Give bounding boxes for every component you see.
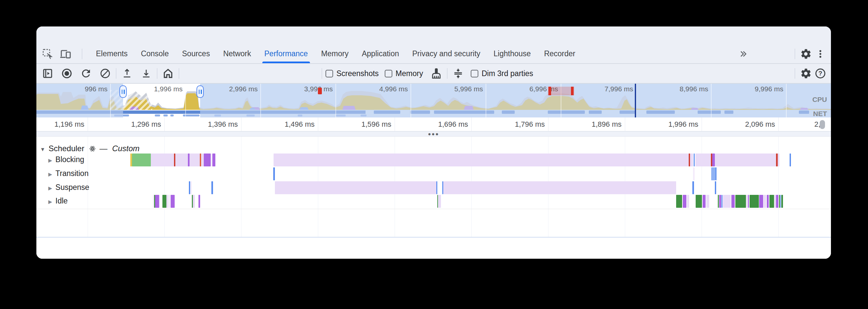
flame-segment[interactable] (168, 195, 171, 208)
flame-segment[interactable] (690, 154, 693, 166)
flame-segment[interactable] (789, 154, 791, 166)
row-label-blocking[interactable]: ▶Blocking (48, 155, 84, 164)
selection-handle-left[interactable] (119, 85, 127, 98)
row-label-suspense[interactable]: ▶Suspense (48, 183, 89, 192)
record-and-reload-icon[interactable] (79, 66, 93, 81)
flame-segment[interactable] (706, 195, 709, 208)
flame-segment[interactable] (723, 195, 731, 208)
flame-segment[interactable] (750, 195, 759, 208)
flame-segment[interactable] (159, 195, 160, 208)
flame-segment[interactable] (190, 181, 192, 194)
flame-segment[interactable] (193, 195, 195, 208)
row-label-idle[interactable]: ▶Idle (48, 196, 68, 206)
collapse-sanitize-icon[interactable] (451, 66, 465, 81)
flame-segment[interactable] (171, 195, 175, 208)
dim-3rd-parties-checkbox[interactable] (471, 70, 478, 78)
flame-segment[interactable] (715, 154, 776, 166)
flame-segment[interactable] (715, 181, 716, 194)
expand-triangle-icon[interactable]: ▶ (48, 185, 52, 191)
live-metrics-home-icon[interactable] (161, 66, 175, 81)
customize-devtools-kebab-icon[interactable] (813, 47, 828, 61)
flame-segment[interactable] (694, 154, 695, 166)
track-header-scheduler[interactable]: ▼Scheduler — Custom (40, 144, 140, 153)
tab-lighthouse[interactable]: Lighthouse (487, 44, 537, 63)
flame-segment[interactable] (687, 195, 689, 208)
tab-console[interactable]: Console (134, 44, 175, 63)
capture-settings-gear-icon[interactable] (799, 66, 813, 81)
playhead-line[interactable] (635, 84, 636, 118)
toggle-sidebar-icon[interactable] (40, 66, 55, 81)
flame-segment[interactable] (693, 167, 695, 180)
flame-segment[interactable] (695, 154, 711, 166)
collect-garbage-icon[interactable] (429, 66, 443, 81)
selection-handle-right[interactable] (196, 85, 204, 98)
flame-chart[interactable]: ▼Scheduler — Custom ▶Blocking▶Transition… (36, 136, 831, 259)
flame-segment[interactable] (275, 181, 436, 194)
pane-splitter[interactable]: ••• (36, 131, 831, 136)
flame-segment[interactable] (151, 154, 174, 166)
flame-segment[interactable] (715, 167, 716, 180)
flame-segment[interactable] (776, 195, 778, 208)
expand-triangle-icon[interactable]: ▶ (48, 172, 52, 177)
flame-segment[interactable] (189, 181, 190, 194)
flame-segment[interactable] (692, 181, 694, 194)
flame-segment[interactable] (703, 195, 706, 208)
flame-segment[interactable] (781, 195, 783, 208)
flame-segment[interactable] (759, 195, 763, 208)
memory-checkbox[interactable] (385, 70, 392, 78)
flame-segment[interactable] (721, 195, 722, 208)
flame-segment[interactable] (204, 154, 211, 166)
tab-privacy-and-security[interactable]: Privacy and security (406, 44, 487, 63)
flame-segment[interactable] (711, 167, 715, 180)
scrollbar-thumb[interactable] (820, 120, 825, 129)
record-icon[interactable] (60, 66, 74, 81)
flame-segment[interactable] (212, 154, 215, 166)
flame-segment[interactable] (712, 154, 715, 166)
inspect-element-icon[interactable] (40, 47, 55, 61)
tab-sources[interactable]: Sources (175, 44, 216, 63)
flame-segment[interactable] (190, 154, 200, 166)
flame-segment[interactable] (778, 154, 779, 166)
save-profile-icon[interactable] (139, 66, 154, 81)
flame-segment[interactable] (696, 195, 702, 208)
flame-segment[interactable] (436, 181, 437, 194)
expand-triangle-icon[interactable]: ▶ (48, 157, 52, 163)
flame-segment[interactable] (676, 195, 682, 208)
flame-segment[interactable] (273, 167, 275, 180)
flame-segment[interactable] (767, 195, 769, 208)
screenshots-checkbox[interactable] (326, 70, 333, 78)
device-toolbar-icon[interactable] (58, 47, 73, 61)
flame-segment[interactable] (162, 195, 166, 208)
flame-segment[interactable] (274, 154, 689, 166)
tab-performance[interactable]: Performance (258, 44, 315, 63)
flame-segment[interactable] (155, 195, 159, 208)
flame-segment[interactable] (719, 195, 721, 208)
flame-segment[interactable] (132, 154, 151, 166)
clear-icon[interactable] (98, 66, 113, 81)
help-icon[interactable]: ? (813, 66, 828, 81)
timeline-overview[interactable]: 996 ms1,996 ms2,996 ms3,996 ms4,996 ms5,… (36, 84, 831, 118)
flame-segment[interactable] (201, 154, 204, 166)
tab-memory[interactable]: Memory (315, 44, 355, 63)
flame-segment[interactable] (198, 195, 200, 208)
tab-recorder[interactable]: Recorder (537, 44, 582, 63)
tab-elements[interactable]: Elements (89, 44, 134, 63)
flame-segment[interactable] (746, 195, 748, 208)
flame-segment[interactable] (438, 195, 441, 208)
flame-segment[interactable] (769, 195, 774, 208)
flame-segment[interactable] (211, 181, 213, 194)
settings-gear-icon[interactable] (799, 47, 813, 61)
flame-segment[interactable] (764, 195, 766, 208)
flame-segment[interactable] (748, 195, 749, 208)
flame-segment[interactable] (780, 195, 781, 208)
collapse-triangle-icon[interactable]: ▼ (40, 147, 45, 152)
row-label-transition[interactable]: ▶Transition (48, 169, 89, 178)
flame-segment[interactable] (175, 154, 188, 166)
tab-network[interactable]: Network (217, 44, 258, 63)
more-tabs-icon[interactable] (734, 47, 751, 61)
flame-segment[interactable] (779, 195, 780, 208)
flame-segment[interactable] (683, 195, 686, 208)
flame-segment[interactable] (443, 181, 676, 194)
flame-segment[interactable] (718, 195, 719, 208)
tab-application[interactable]: Application (355, 44, 406, 63)
